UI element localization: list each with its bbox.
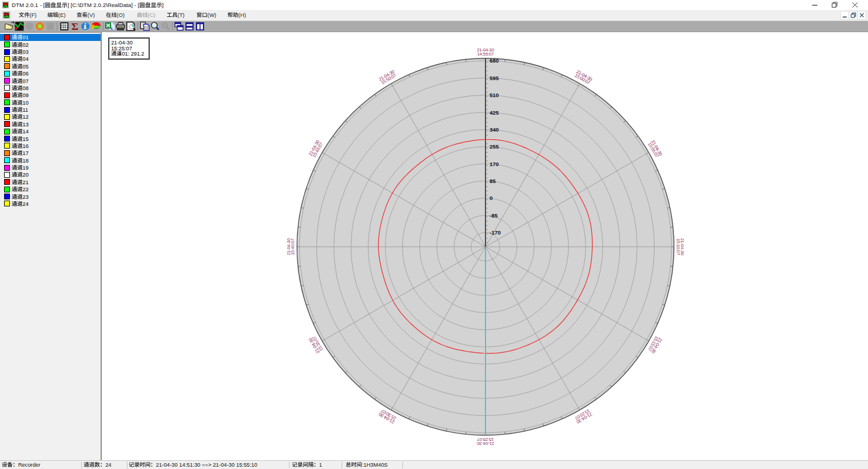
svg-text:] [C:\DTM 2.0.2\RealData] - [: ] [C:\DTM 2.0.2\RealData] - [ — [67, 2, 139, 8]
svg-text:(T): (T) — [178, 12, 185, 18]
svg-text:(O): (O) — [117, 12, 125, 18]
svg-text:19: 19 — [22, 165, 28, 171]
svg-text:340: 340 — [490, 126, 499, 133]
svg-text:07: 07 — [22, 78, 28, 84]
svg-text:(H): (H) — [239, 12, 246, 18]
svg-text:01: 01 — [22, 35, 28, 40]
svg-text:0: 0 — [490, 195, 492, 201]
svg-text:14:55:07: 14:55:07 — [477, 51, 494, 57]
svg-text:Σ: Σ — [71, 21, 78, 32]
svg-text:(F): (F) — [29, 12, 36, 18]
svg-text:680: 680 — [490, 57, 499, 64]
svg-text:(E): (E) — [58, 12, 65, 18]
svg-text:01: 291.2: 01: 291.2 — [122, 51, 144, 57]
svg-text:21: 21 — [22, 180, 28, 185]
svg-text:18: 18 — [22, 158, 28, 164]
svg-text:11: 11 — [22, 107, 28, 113]
svg-text:-170: -170 — [490, 229, 501, 236]
svg-text:21-04-30 14:51:30 ==> 21-04-30: 21-04-30 14:51:30 ==> 21-04-30 15:55:10 — [156, 462, 257, 468]
svg-text:(C): (C) — [148, 12, 156, 18]
svg-text:]: ] — [162, 2, 164, 8]
svg-text:10: 10 — [22, 100, 28, 106]
svg-text:15:25:07: 15:25:07 — [477, 437, 494, 442]
svg-text:03: 03 — [22, 49, 28, 55]
svg-text:15:10:07: 15:10:07 — [676, 239, 681, 256]
svg-text:(W): (W) — [207, 12, 216, 18]
svg-text:22: 22 — [22, 187, 28, 192]
svg-text:595: 595 — [490, 75, 500, 81]
svg-text::1H3M40S: :1H3M40S — [362, 462, 388, 468]
svg-text:09: 09 — [22, 92, 28, 98]
svg-text:510: 510 — [490, 92, 499, 98]
svg-text:02: 02 — [22, 42, 28, 48]
svg-text:(V): (V) — [88, 12, 95, 18]
svg-text:06: 06 — [22, 71, 28, 77]
svg-text:15: 15 — [22, 136, 28, 142]
svg-text:425: 425 — [490, 109, 500, 116]
svg-text:-85: -85 — [490, 212, 498, 219]
svg-text:05: 05 — [22, 64, 28, 70]
svg-text:1: 1 — [319, 462, 322, 468]
svg-text:17: 17 — [22, 150, 28, 156]
svg-text:24: 24 — [105, 462, 111, 468]
svg-text:24: 24 — [22, 201, 28, 207]
svg-text:04: 04 — [22, 56, 28, 62]
svg-text:Recorder: Recorder — [18, 462, 40, 468]
svg-text:DTM 2.0.1 - [: DTM 2.0.1 - [ — [12, 2, 45, 8]
svg-text:14: 14 — [22, 129, 28, 135]
svg-text:12: 12 — [22, 114, 28, 120]
svg-text:16: 16 — [22, 143, 28, 149]
svg-text:255: 255 — [490, 143, 500, 150]
svg-text:20: 20 — [22, 172, 28, 178]
svg-text:13: 13 — [22, 122, 28, 127]
svg-text:08: 08 — [22, 85, 28, 91]
svg-text:15:40:07: 15:40:07 — [290, 239, 295, 256]
svg-text:23: 23 — [22, 194, 28, 199]
svg-text:170: 170 — [490, 161, 499, 167]
svg-text:85: 85 — [490, 178, 496, 184]
